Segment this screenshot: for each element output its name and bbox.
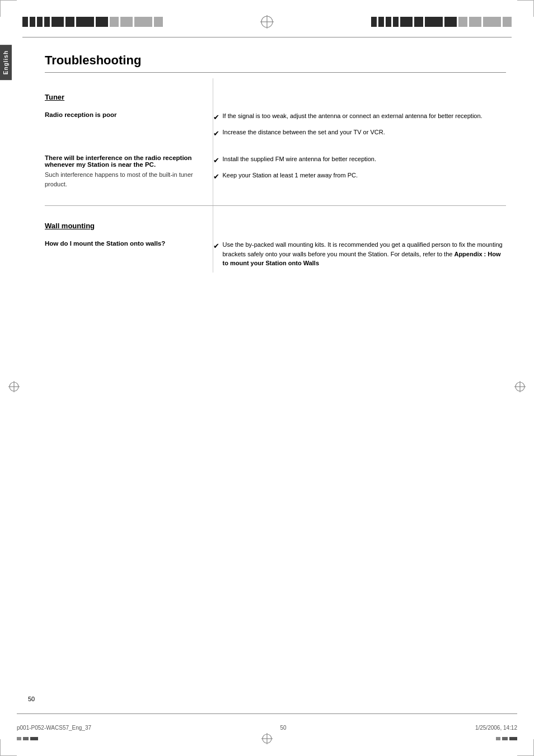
solution-item: ✔ Install the supplied FM wire antenna f… [213, 154, 507, 166]
wall-mounting-header-right [213, 206, 506, 238]
mount-row: How do I mount the Station onto walls? ✔… [45, 238, 506, 273]
bar-seg [502, 737, 508, 740]
center-crosshair-icon [259, 14, 275, 30]
bar-seg [110, 17, 119, 27]
bar-seg [44, 17, 50, 27]
left-crosshair-icon [8, 381, 20, 395]
mount-solution-text: Use the by-packed wall mounting kits. It… [223, 240, 507, 268]
bar-seg [37, 17, 43, 27]
footer-filename: p001-P052-WACS57_Eng_37 [17, 725, 91, 731]
bar-seg [17, 737, 21, 740]
bar-seg [425, 17, 443, 27]
radio-reception-text: Radio reception is poor [45, 111, 213, 118]
tuner-header-row: Tuner [45, 78, 506, 109]
bar-seg [65, 17, 74, 27]
bar-seg [503, 17, 512, 27]
bottom-divider [17, 713, 517, 714]
interference-solutions: ✔ Install the supplied FM wire antenna f… [213, 149, 506, 205]
page-title: Troubleshooting [45, 53, 506, 73]
bar-seg [30, 737, 38, 740]
appendix-reference: Appendix : How to mount your Station ont… [223, 251, 501, 267]
page-number-area: 50 [28, 696, 35, 706]
bottom-bar [17, 732, 517, 745]
checkmark-icon: ✔ [213, 241, 219, 252]
radio-reception-problem: Radio reception is poor [45, 109, 213, 149]
content-area: Troubleshooting Tuner Radio [17, 37, 534, 284]
bar-seg [51, 17, 64, 27]
tuner-header-right [213, 78, 506, 109]
solution-text: Keep your Station at least 1 meter away … [223, 171, 507, 180]
solution-text: Install the supplied FM wire antenna for… [223, 154, 507, 164]
interference-problem-bold: There will be interference on the radio … [45, 154, 213, 168]
page-number: 50 [28, 696, 35, 702]
bar-seg [496, 737, 500, 740]
bar-seg [458, 17, 467, 27]
bar-seg [134, 17, 152, 27]
solution-item: ✔ Keep your Station at least 1 meter awa… [213, 171, 507, 182]
radio-reception-solutions: ✔ If the signal is too weak, adjust the … [213, 109, 506, 149]
top-decorative-bar [0, 0, 534, 34]
solution-item: ✔ If the signal is too weak, adjust the … [213, 111, 507, 123]
bar-seg [393, 17, 399, 27]
bar-seg [469, 17, 481, 27]
interference-row: There will be interference on the radio … [45, 149, 506, 205]
corner-tl [0, 0, 17, 17]
wall-mounting-section-header: Wall mounting [45, 222, 213, 230]
checkmark-icon: ✔ [213, 155, 219, 166]
corner-br [517, 739, 534, 756]
checkmark-icon: ✔ [213, 112, 219, 123]
bar-seg [120, 17, 133, 27]
mount-solutions: ✔ Use the by-packed wall mounting kits. … [213, 238, 506, 273]
bar-seg [483, 17, 501, 27]
footer-page-center: 50 [280, 725, 286, 731]
bottom-right-segments [496, 737, 517, 740]
bar-seg [386, 17, 391, 27]
interference-problem-normal: Such interference happens to most of the… [45, 170, 213, 189]
checkmark-icon: ✔ [213, 171, 219, 182]
tuner-section-header: Tuner [45, 93, 213, 101]
wall-mounting-header-left: Wall mounting [45, 206, 213, 238]
bar-seg [414, 17, 423, 27]
checkmark-icon: ✔ [213, 128, 219, 139]
bar-seg [30, 17, 35, 27]
radio-reception-row: Radio reception is poor ✔ If the signal … [45, 109, 506, 149]
main-content-table: Tuner Radio reception is poor ✔ If the s [45, 78, 506, 273]
tuner-header-left: Tuner [45, 78, 213, 109]
language-tab: English [0, 45, 12, 80]
bar-seg [96, 17, 108, 27]
bottom-left-segments [17, 737, 38, 740]
bar-seg [371, 17, 377, 27]
right-bar-segments [371, 17, 512, 27]
left-bar-segments [22, 17, 163, 27]
mount-problem-text: How do I mount the Station onto walls? [45, 240, 213, 247]
bar-seg [23, 737, 29, 740]
bar-seg [378, 17, 384, 27]
wall-mounting-header-row: Wall mounting [45, 206, 506, 238]
footer-date: 1/25/2006, 14:12 [475, 725, 517, 731]
bar-seg [509, 737, 517, 740]
bar-seg [400, 17, 413, 27]
corner-bl [0, 739, 17, 756]
solution-text: If the signal is too weak, adjust the an… [223, 111, 507, 121]
bar-seg [154, 17, 163, 27]
mount-solution-item: ✔ Use the by-packed wall mounting kits. … [213, 240, 507, 268]
corner-tr [517, 0, 534, 17]
footer-area: p001-P052-WACS57_Eng_37 50 1/25/2006, 14… [17, 725, 517, 731]
page-wrapper: English Troubleshooting [0, 0, 534, 756]
bar-seg [444, 17, 457, 27]
bottom-crosshair-icon [261, 732, 273, 745]
bar-seg [22, 17, 28, 27]
mount-problem: How do I mount the Station onto walls? [45, 238, 213, 273]
solution-item: ✔ Increase the distance between the set … [213, 128, 507, 139]
solution-text: Increase the distance between the set an… [223, 128, 507, 137]
right-crosshair-icon [514, 381, 526, 395]
interference-problem: There will be interference on the radio … [45, 149, 213, 205]
bar-seg [76, 17, 94, 27]
